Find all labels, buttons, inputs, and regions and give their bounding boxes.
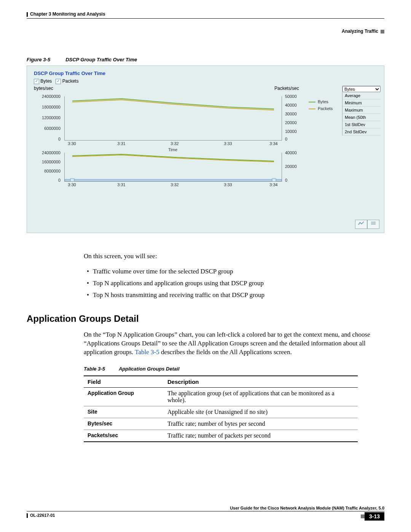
section-marker-icon [381,30,384,34]
y-tick-right: 40000 [285,150,304,155]
x-tick: 3:30 [68,141,76,146]
svg-rect-2 [272,179,276,181]
x-tick: 3:34 [269,182,277,187]
table-row: Application Group The application group … [84,387,358,406]
table-view-icon[interactable] [367,220,379,229]
time-axis-label: Time [64,147,281,152]
y-right-axis-label: Packets/sec [274,86,299,91]
packets-checkbox[interactable]: ✓ [56,79,61,84]
table-row: Bytes/sec Traffic rate; number of bytes … [84,418,358,430]
table-number: Table 3-5 [84,366,105,372]
y-tick-right: 20000 [285,120,304,125]
table-reference-link[interactable]: Table 3-5 [135,348,159,356]
x-tick: 3:32 [170,141,178,146]
chart-area: 24000000 18000000 12000000 6000000 0 500… [34,96,335,191]
stats-row: Average [342,92,381,99]
y-tick: 6000000 [34,126,61,131]
stats-row: 2nd StdDev [342,128,381,136]
legend-bytes-swatch [309,102,315,102]
page-marker-icon [361,514,365,518]
stats-row: Maximum [342,107,381,114]
page-number-badge: 3-13 [365,512,384,521]
y-tick: 24000000 [34,94,61,99]
figure-number: Figure 3-5 [27,57,50,62]
intro-text: On this screen, you will see: [84,252,384,261]
y-left-axis-label: bytes/sec [34,86,53,91]
x-tick: 3:34 [269,141,277,146]
chart-legend: Bytes Packets [309,97,333,113]
list-item: Traffic volume over time for the selecte… [87,267,384,276]
table-header-field: Field [84,376,164,388]
x-tick: 3:31 [117,141,125,146]
y-tick: 0 [34,137,61,141]
section-paragraph: On the “Top N Application Groups” chart,… [84,331,384,357]
chart-view-icon[interactable] [355,220,367,229]
y-tick: 18000000 [34,105,61,109]
application-groups-table: Field Description Application Group The … [84,375,358,442]
section-heading: Application Groups Detail [27,313,384,324]
x-tick: 3:30 [68,182,76,187]
y-tick-right: 0 [285,178,304,182]
y-tick-right: 30000 [285,112,304,116]
stats-row: Mean (50th [342,114,381,121]
y-tick-right: 50000 [285,94,304,99]
figure-title: DSCP Group Traffic Over Time [65,57,137,62]
legend-bytes-label: Bytes [318,99,328,104]
x-tick: 3:33 [224,141,232,146]
table-row: Packets/sec Traffic rate; number of pack… [84,430,358,442]
stats-row: 1st StdDev [342,121,381,128]
stats-panel: Bytes Average Minimum Maximum Mean (50th… [342,86,381,136]
table-header-desc: Description [164,376,358,388]
y-tick-right: 0 [285,137,304,141]
y-tick: 12000000 [34,115,61,120]
legend-packets-swatch [309,109,315,109]
legend-packets-label: Packets [318,106,333,111]
y-tick: 0 [34,178,61,182]
x-tick: 3:31 [117,182,125,187]
feature-list: Traffic volume over time for the selecte… [84,267,384,300]
y-tick: 16000000 [34,160,61,164]
packets-checkbox-label: Packets [62,78,79,84]
y-tick: 8000000 [34,169,61,173]
table-row: Site Applicable site (or Unassigned if n… [84,406,358,418]
chapter-header: Chapter 3 Monitoring and Analysis [30,11,105,17]
dscp-chart-screenshot: DSCP Group Traffic Over Time ✓ Bytes ✓ P… [27,66,384,233]
y-tick-right: 10000 [285,129,304,134]
stats-metric-select[interactable]: Bytes [342,86,381,92]
svg-rect-1 [70,179,74,181]
panel-title: DSCP Group Traffic Over Time [27,66,384,78]
svg-rect-0 [65,179,282,181]
footer-guide-title: User Guide for the Cisco Network Analysi… [27,506,384,511]
doc-id: OL-22617-01 [30,513,55,518]
list-item: Top N applications and application group… [87,279,384,288]
bytes-checkbox[interactable]: ✓ [34,79,39,84]
y-tick-right: 40000 [285,103,304,107]
stats-row: Minimum [342,99,381,107]
list-item: Top N hosts transmitting and receiving t… [87,291,384,300]
section-header: Analyzing Traffic [342,29,378,34]
y-tick-right: 20000 [285,164,304,169]
y-tick: 24000000 [34,150,61,155]
table-title: Application Groups Detail [119,366,180,372]
x-tick: 3:32 [170,182,178,187]
x-tick: 3:33 [224,182,232,187]
bytes-checkbox-label: Bytes [40,78,52,84]
